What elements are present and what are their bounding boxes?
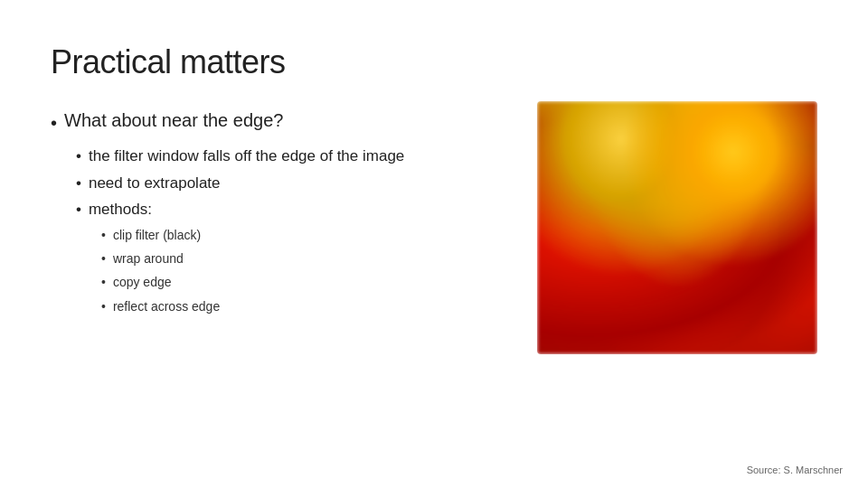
bullet-dot-l2-2: • [76,172,81,195]
bullet-l2-text-2: need to extrapolate [89,172,221,195]
bullet-l1-text: What about near the edge? [64,110,283,131]
content-area: • What about near the edge? • the filter… [51,110,817,363]
bullet-dot-l2-1: • [76,145,81,168]
bullet-l3-copy: • copy edge [101,272,508,292]
bullet-l3-reflect: • reflect across edge [101,296,508,316]
bullet-dot-l3-4: • [101,296,106,316]
bullet-l3-text-2: wrap around [113,249,184,268]
bullet-l1-edge: • What about near the edge? [51,110,508,136]
chili-image-container [537,101,817,354]
bullet-l2-text-3: methods: [89,198,152,221]
source-credit: Source: S. Marschner [747,465,843,475]
bullet-dot-l2-3: • [76,198,81,221]
slide-title: Practical matters [51,43,817,81]
bullet-l2-methods: • methods: [76,198,508,221]
bullet-dot-l1: • [51,110,57,136]
bullet-l2-text-1: the filter window falls off the edge of … [89,145,404,168]
bullet-l3-clip: • clip filter (black) [101,225,508,245]
bullet-l3-wrap: • wrap around [101,249,508,268]
slide: Practical matters • What about near the … [0,0,868,488]
bullet-dot-l3-2: • [101,249,106,268]
bullet-l2-extrapolate: • need to extrapolate [76,172,508,195]
bullet-dot-l3-1: • [101,225,106,245]
chili-image [537,101,817,354]
bullet-l2-group: • the filter window falls off the edge o… [76,145,508,316]
bullet-l2-filter: • the filter window falls off the edge o… [76,145,508,168]
bullet-l3-text-1: clip filter (black) [113,225,201,245]
bullet-l3-group: • clip filter (black) • wrap around • co… [101,225,508,317]
text-content: • What about near the edge? • the filter… [51,110,508,324]
bullet-dot-l3-3: • [101,272,106,292]
bullet-l3-text-3: copy edge [113,272,172,292]
bullet-l3-text-4: reflect across edge [113,296,220,316]
